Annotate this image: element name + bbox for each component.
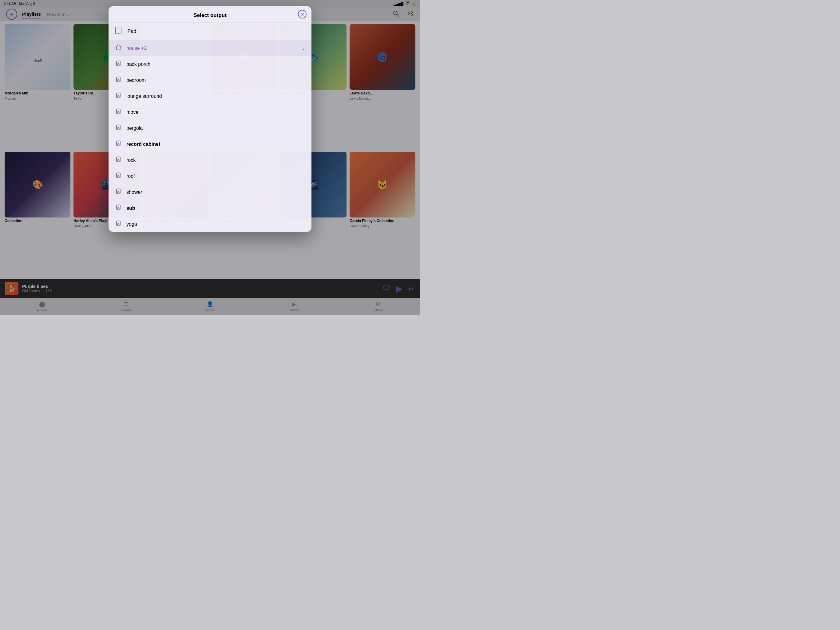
- svg-point-25: [118, 158, 119, 158]
- output-item-label: bedroom: [126, 78, 305, 83]
- speaker-icon: [115, 77, 122, 84]
- svg-point-4: [118, 33, 119, 33]
- speaker-icon: [115, 188, 122, 196]
- output-item-rock[interactable]: rock: [109, 152, 311, 168]
- output-item-label: record cabinet: [126, 141, 305, 147]
- svg-point-19: [118, 126, 119, 127]
- speaker-icon: [115, 125, 122, 131]
- output-item-label: pergola: [126, 125, 305, 131]
- output-item-label: rock: [126, 157, 305, 163]
- svg-point-22: [118, 142, 119, 142]
- svg-point-34: [118, 206, 119, 206]
- svg-point-37: [118, 222, 119, 222]
- modal-header: Select output ✕: [109, 6, 311, 22]
- svg-point-13: [118, 94, 119, 95]
- output-item-label: lounge surround: [126, 93, 305, 99]
- output-item-label: back porch: [126, 62, 305, 67]
- output-item-label: iPad: [126, 28, 305, 34]
- svg-point-36: [117, 223, 119, 225]
- svg-point-24: [117, 159, 119, 161]
- svg-point-28: [118, 174, 119, 174]
- speaker-icon: [115, 204, 122, 212]
- output-item-back-porch[interactable]: back porch: [109, 56, 311, 72]
- svg-point-16: [118, 110, 119, 111]
- output-item-label: sub: [126, 206, 305, 211]
- house-speaker-icon: [115, 44, 122, 52]
- speaker-icon: [115, 109, 122, 116]
- ipad-icon: [115, 27, 122, 36]
- speaker-icon: [115, 93, 122, 100]
- svg-point-31: [118, 190, 119, 190]
- svg-point-12: [117, 95, 119, 97]
- output-item-shower[interactable]: shower: [109, 184, 311, 200]
- svg-point-15: [117, 111, 119, 113]
- output-item-house-group[interactable]: house +2 ⌄: [109, 40, 311, 56]
- output-item-label: move: [126, 109, 305, 115]
- output-item-label: shower: [126, 190, 305, 195]
- svg-point-6: [117, 63, 119, 65]
- speaker-icon: [115, 157, 122, 164]
- chevron-down-icon: ⌄: [301, 45, 305, 51]
- svg-point-21: [117, 143, 119, 145]
- svg-point-7: [118, 62, 119, 62]
- output-item-bedroom[interactable]: bedroom: [109, 72, 311, 88]
- speaker-icon: [115, 60, 122, 68]
- output-item-sub[interactable]: sub: [109, 200, 311, 216]
- output-item-move[interactable]: move: [109, 104, 311, 120]
- svg-point-18: [117, 127, 119, 129]
- output-item-label: house +2: [126, 46, 301, 51]
- output-item-label: roof: [126, 174, 305, 179]
- output-item-yoga[interactable]: yoga: [109, 216, 311, 232]
- output-item-roof[interactable]: roof: [109, 168, 311, 184]
- svg-point-9: [117, 79, 119, 81]
- svg-rect-3: [115, 27, 121, 34]
- modal-title: Select output: [193, 12, 227, 19]
- speaker-icon: [115, 220, 122, 228]
- modal-overlay[interactable]: Select output ✕ iPad house +2 ⌄ back: [0, 0, 420, 315]
- output-item-record-cabinet[interactable]: record cabinet: [109, 136, 311, 152]
- output-item-ipad[interactable]: iPad: [109, 22, 311, 40]
- speaker-icon: [115, 141, 122, 148]
- output-item-label: yoga: [126, 222, 305, 227]
- output-item-lounge-surround[interactable]: lounge surround: [109, 88, 311, 104]
- speaker-icon: [115, 173, 122, 180]
- svg-point-10: [118, 78, 119, 78]
- select-output-modal: Select output ✕ iPad house +2 ⌄ back: [109, 6, 311, 232]
- svg-point-27: [117, 175, 119, 177]
- output-item-pergola[interactable]: pergola: [109, 120, 311, 136]
- svg-point-30: [117, 192, 119, 193]
- modal-close-button[interactable]: ✕: [298, 10, 306, 19]
- svg-point-33: [117, 207, 119, 209]
